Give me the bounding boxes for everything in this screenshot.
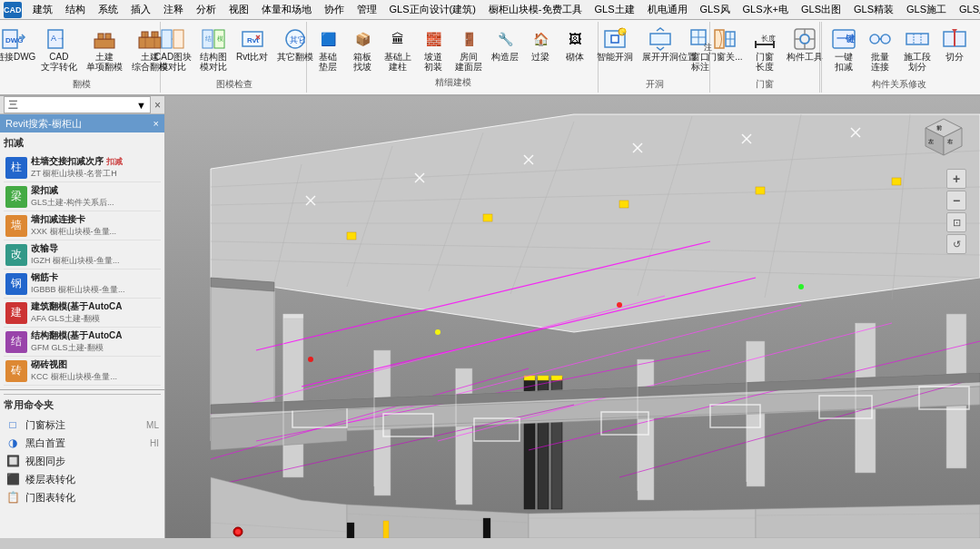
btn-construct-layer[interactable]: 🔧 构造层	[488, 24, 522, 64]
menu-mep[interactable]: 机电通用	[642, 1, 693, 18]
door-window-rel-icon	[712, 26, 737, 52]
svg-text:💡: 💡	[620, 28, 628, 35]
rotate-view-btn[interactable]: ↺	[946, 234, 966, 254]
plugin-icon-6: 结	[5, 331, 27, 353]
plugin-sub-4: IGBBB 橱柜山块模-鱼量...	[31, 284, 159, 296]
svg-rect-6	[98, 34, 104, 39]
split-icon	[942, 26, 967, 52]
menu-gls-ver[interactable]: GLS版	[954, 1, 980, 18]
btn-component-tool[interactable]: 构件工具	[783, 24, 827, 64]
expand-open-icon	[648, 26, 673, 52]
btn-struct-compare[interactable]: 结 模 结构图模对比	[196, 24, 231, 74]
svg-rect-138	[347, 232, 356, 240]
menu-massing[interactable]: 体量和场地	[256, 1, 317, 18]
svg-rect-7	[105, 34, 111, 39]
menu-gls-civil[interactable]: GLS土建	[589, 1, 640, 18]
search-section-title: 扣减	[4, 136, 161, 150]
cmd-bw-priority[interactable]: ◑ 黑白首置 HI	[4, 434, 161, 452]
fit-view-btn[interactable]: ⊡	[946, 212, 966, 232]
menu-view[interactable]: 视图	[223, 1, 254, 18]
room-floor-icon: 🚪	[456, 26, 481, 52]
plugin-item-4[interactable]: 钢 钢筋卡 IGBBB 橱柜山块模-鱼量...	[4, 270, 161, 299]
btn-door-len[interactable]: 长度 门窗长度	[748, 24, 781, 74]
plugin-info-4: 钢筋卡 IGBBB 橱柜山块模-鱼量...	[31, 271, 159, 296]
plugin-name-7: 砌砖视图	[31, 358, 159, 371]
view-sync-icon: 🔲	[5, 454, 20, 468]
app-icon: CAD	[4, 2, 22, 18]
btn-one-click-deduct[interactable]: 一键 一键扣减	[827, 24, 860, 74]
btn-door-window-rel[interactable]: 门窗关...	[704, 24, 746, 64]
btn-room-floor[interactable]: 🚪 房间建面层	[451, 24, 486, 74]
floor-convert-icon: ⬛	[5, 472, 20, 486]
plugin-name-3: 改输导	[31, 242, 159, 255]
btn-rvt-compare[interactable]: Rvt Rvt比对	[233, 24, 272, 64]
btn-box-slope[interactable]: 📦 箱板找坡	[346, 24, 379, 74]
btn-cad-block[interactable]: CAD图块模对比	[151, 24, 194, 74]
viewport[interactable]: 前 左 右 + − ⊡ ↺	[165, 96, 980, 538]
plugin-info-7: 砌砖视图 KCC 橱柜山块模-鱼量...	[31, 358, 159, 383]
btn-link-dwg[interactable]: DWG 链接DWG	[0, 24, 35, 64]
cmd-door-annotate[interactable]: □ 门窗标注 ML	[4, 416, 161, 434]
svg-point-152	[235, 529, 241, 534]
lintel-icon: 🏠	[528, 26, 553, 52]
revit-panel-close[interactable]: ×	[153, 118, 159, 129]
nav-cube[interactable]: 前 左 右	[916, 105, 971, 160]
cad-text-icon: A→	[46, 26, 72, 52]
btn-expand-open[interactable]: 展开开洞位置	[638, 24, 682, 64]
plugin-item-6[interactable]: 结 结构翻模(基于AutoCA GFM GLS土建-翻模	[4, 328, 161, 357]
menu-gls-hvac[interactable]: GLS风	[695, 1, 736, 18]
plugin-info-3: 改输导 IGZH 橱柜山块模-鱼量...	[31, 242, 159, 267]
menu-manage[interactable]: 管理	[351, 1, 382, 18]
panel-close-icon[interactable]: ×	[154, 99, 161, 112]
door-table-convert-icon: 📋	[5, 490, 20, 505]
menu-structure[interactable]: 结构	[60, 1, 91, 18]
plugin-item-7[interactable]: 砖 砌砖视图 KCC 橱柜山块模-鱼量...	[4, 357, 161, 386]
svg-rect-139	[483, 214, 492, 221]
menu-system[interactable]: 系统	[93, 1, 124, 18]
batch-connect-label: 批量连接	[871, 52, 889, 72]
btn-work-segment[interactable]: 施工段划分	[900, 24, 935, 74]
plugin-name-0: 柱墙交接扣减次序 扣减	[31, 155, 159, 168]
menu-analyze[interactable]: 分析	[191, 1, 222, 18]
plugin-item-1[interactable]: 梁 梁扣减 GLS土建-构件关系后...	[4, 182, 161, 211]
construct-layer-icon: 🔧	[492, 26, 518, 52]
btn-ramp[interactable]: 🧱 坡道初装	[417, 24, 450, 74]
link-dwg-icon: DWG	[1, 26, 26, 52]
menu-collaborate[interactable]: 协作	[319, 1, 350, 18]
cmd-door-table-convert-label: 门图表转化	[25, 491, 75, 505]
ramp-label: 坡道初装	[424, 52, 442, 72]
plugin-item-3[interactable]: 改 改输导 IGZH 橱柜山块模-鱼量...	[4, 240, 161, 270]
panel-dropdown[interactable]: 三 ▼	[4, 96, 151, 113]
btn-foundation-pad[interactable]: 🟦 基础垫层	[312, 24, 344, 74]
menu-architecture[interactable]: 建筑	[27, 1, 58, 18]
btn-foundation-col[interactable]: 🏛 基础上建柱	[381, 24, 415, 74]
menu-insert[interactable]: 插入	[125, 1, 156, 18]
btn-smart-open[interactable]: 💡 智能开洞	[593, 24, 637, 64]
menu-gls-decor[interactable]: GLS精装	[848, 1, 899, 18]
plugin-item-5[interactable]: 建 建筑翻模(基于AutoCA AFA GLS土建-翻模	[4, 299, 161, 328]
plugin-icon-5: 建	[5, 302, 27, 324]
cmd-view-sync[interactable]: 🔲 视图同步	[4, 452, 161, 470]
menu-gls-arch[interactable]: GLS正向设计(建筑)	[384, 1, 481, 18]
menu-gls-draw[interactable]: GLS出图	[796, 1, 846, 18]
svg-rect-84	[538, 376, 549, 380]
btn-civil-single[interactable]: 土建单项翻模	[83, 24, 126, 74]
split-label: 切分	[945, 52, 964, 62]
cmd-floor-convert[interactable]: ⬛ 楼层表转化	[4, 470, 161, 488]
menu-gls-water[interactable]: GLS水+电	[737, 1, 794, 18]
civil-single-icon	[92, 26, 117, 52]
btn-split[interactable]: 切分	[938, 24, 971, 64]
menu-cabinet[interactable]: 橱柜山块模-免费工具	[483, 1, 588, 18]
btn-masonry[interactable]: 🖼 砌体	[559, 24, 591, 64]
btn-batch-connect[interactable]: 批量连接	[864, 24, 896, 74]
plugin-item-2[interactable]: 墙 墙扣减连接卡 XXK 橱柜山块模-鱼量...	[4, 211, 161, 240]
zoom-out-btn[interactable]: −	[946, 191, 966, 211]
btn-lintel[interactable]: 🏠 过梁	[524, 24, 557, 64]
plugin-item-0[interactable]: 柱 柱墙交接扣减次序 扣减 ZT 橱柜山块模-名誉工H	[4, 153, 161, 182]
menu-annotate[interactable]: 注释	[158, 1, 189, 18]
btn-cad-text[interactable]: A→ CAD文字转化	[37, 24, 81, 74]
plugin-sub-2: XXK 橱柜山块模-鱼量...	[31, 226, 159, 238]
zoom-in-btn[interactable]: +	[946, 169, 966, 189]
menu-gls-construct[interactable]: GLS施工	[901, 1, 952, 18]
cmd-door-table-convert[interactable]: 📋 门图表转化	[4, 488, 161, 506]
